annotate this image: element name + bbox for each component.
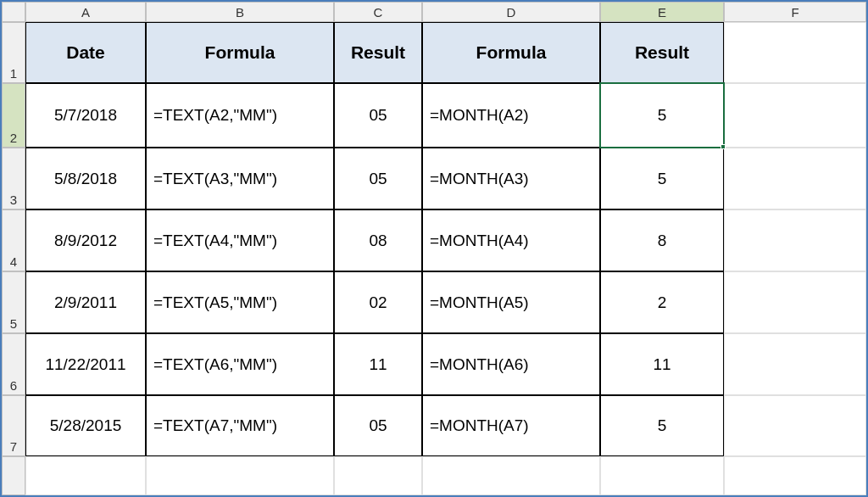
cell-F3[interactable] — [724, 148, 866, 209]
cell-formula-b[interactable]: =TEXT(A4,"MM") — [146, 209, 334, 271]
row-header-8[interactable] — [2, 456, 25, 495]
cell-result-e[interactable]: 5 — [600, 395, 724, 456]
cell-C8[interactable] — [334, 456, 422, 495]
cell-date[interactable]: 5/7/2018 — [25, 83, 146, 148]
row-header-3[interactable]: 3 — [2, 148, 25, 209]
col-header-B[interactable]: B — [146, 2, 334, 22]
col-header-A[interactable]: A — [25, 2, 146, 22]
cell-A8[interactable] — [25, 456, 146, 495]
cell-result-e[interactable]: 8 — [600, 209, 724, 271]
cell-date[interactable]: 2/9/2011 — [25, 271, 146, 333]
header-date[interactable]: Date — [25, 22, 146, 83]
cell-F1[interactable] — [724, 22, 866, 83]
spreadsheet-grid: A B C D E F 1 Date Formula Result Formul… — [2, 2, 866, 495]
cell-date[interactable]: 5/28/2015 — [25, 395, 146, 456]
cell-result-c[interactable]: 05 — [334, 148, 422, 209]
cell-result-e[interactable]: 5 — [600, 148, 724, 209]
cell-formula-b[interactable]: =TEXT(A6,"MM") — [146, 333, 334, 395]
cell-formula-b[interactable]: =TEXT(A5,"MM") — [146, 271, 334, 333]
cell-F5[interactable] — [724, 271, 866, 333]
row-header-6[interactable]: 6 — [2, 333, 25, 395]
cell-result-e[interactable]: 2 — [600, 271, 724, 333]
cell-formula-d[interactable]: =MONTH(A5) — [422, 271, 600, 333]
cell-formula-d[interactable]: =MONTH(A2) — [422, 83, 600, 148]
cell-date[interactable]: 8/9/2012 — [25, 209, 146, 271]
cell-B8[interactable] — [146, 456, 334, 495]
row-header-7[interactable]: 7 — [2, 395, 25, 456]
col-header-E[interactable]: E — [600, 2, 724, 22]
cell-formula-b[interactable]: =TEXT(A2,"MM") — [146, 83, 334, 148]
cell-F8[interactable] — [724, 456, 866, 495]
header-formula-b[interactable]: Formula — [146, 22, 334, 83]
cell-result-c[interactable]: 08 — [334, 209, 422, 271]
cell-formula-d[interactable]: =MONTH(A4) — [422, 209, 600, 271]
fill-handle[interactable] — [721, 144, 726, 149]
cell-formula-d[interactable]: =MONTH(A7) — [422, 395, 600, 456]
cell-F2[interactable] — [724, 83, 866, 148]
cell-formula-b[interactable]: =TEXT(A3,"MM") — [146, 148, 334, 209]
cell-result-c[interactable]: 11 — [334, 333, 422, 395]
cell-result-c[interactable]: 05 — [334, 395, 422, 456]
row-header-5[interactable]: 5 — [2, 271, 25, 333]
header-result-e[interactable]: Result — [600, 22, 724, 83]
cell-E8[interactable] — [600, 456, 724, 495]
cell-result-c[interactable]: 05 — [334, 83, 422, 148]
select-all-corner[interactable] — [2, 2, 25, 22]
cell-F7[interactable] — [724, 395, 866, 456]
row-header-1[interactable]: 1 — [2, 22, 25, 83]
cell-F6[interactable] — [724, 333, 866, 395]
cell-result-c[interactable]: 02 — [334, 271, 422, 333]
cell-formula-b[interactable]: =TEXT(A7,"MM") — [146, 395, 334, 456]
header-formula-d[interactable]: Formula — [422, 22, 600, 83]
row-header-4[interactable]: 4 — [2, 209, 25, 271]
row-header-2[interactable]: 2 — [2, 83, 25, 148]
col-header-C[interactable]: C — [334, 2, 422, 22]
col-header-F[interactable]: F — [724, 2, 866, 22]
header-result-c[interactable]: Result — [334, 22, 422, 83]
cell-formula-d[interactable]: =MONTH(A6) — [422, 333, 600, 395]
cell-value: 5 — [658, 106, 667, 125]
cell-result-e-selected[interactable]: 5 — [600, 83, 724, 148]
col-header-D[interactable]: D — [422, 2, 600, 22]
cell-date[interactable]: 5/8/2018 — [25, 148, 146, 209]
cell-D8[interactable] — [422, 456, 600, 495]
cell-formula-d[interactable]: =MONTH(A3) — [422, 148, 600, 209]
cell-result-e[interactable]: 11 — [600, 333, 724, 395]
cell-F4[interactable] — [724, 209, 866, 271]
cell-date[interactable]: 11/22/2011 — [25, 333, 146, 395]
